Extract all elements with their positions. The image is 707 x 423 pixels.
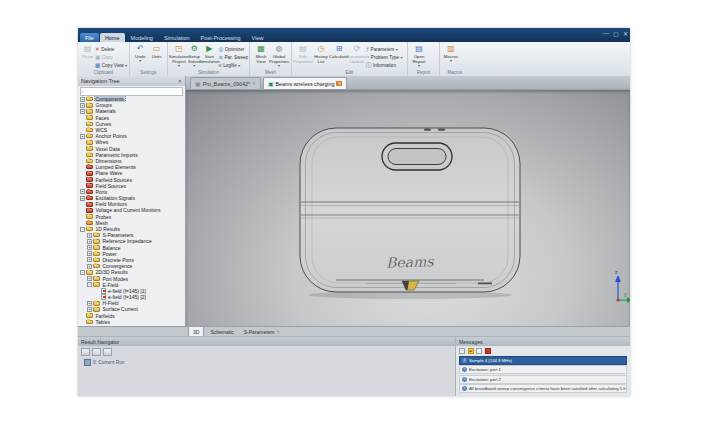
message-row[interactable]: i All broadband sweep convergence criter… bbox=[459, 384, 627, 393]
folder-icon bbox=[86, 103, 93, 108]
tree-expander-icon[interactable]: + bbox=[80, 134, 85, 139]
tab-schematic[interactable]: Schematic bbox=[206, 327, 237, 336]
info-filter-icon[interactable]: ○ bbox=[459, 348, 465, 354]
message-row[interactable]: i Excitation: port 1 bbox=[459, 365, 627, 374]
tree-expander-icon[interactable]: + bbox=[80, 196, 85, 201]
tree-expander-icon[interactable] bbox=[94, 295, 99, 300]
tree-expander-icon[interactable]: − bbox=[80, 227, 85, 232]
ribbon-tab-label: Home bbox=[105, 35, 120, 41]
parameters-button[interactable]: ƒ Parameters ▾ bbox=[366, 45, 403, 53]
global-properties-button[interactable]: ◍ Global Properties ▾ bbox=[270, 44, 288, 69]
tree-item-label: Anchor Points bbox=[95, 133, 128, 139]
history-list-button[interactable]: ◷ History List bbox=[312, 44, 330, 64]
tree-expander-icon[interactable]: + bbox=[87, 245, 92, 250]
message-filter-icon[interactable] bbox=[476, 348, 482, 354]
tab-3d[interactable]: 3D bbox=[188, 326, 204, 336]
minimize-icon[interactable]: — bbox=[603, 30, 609, 37]
tree-expander-icon[interactable] bbox=[94, 288, 99, 293]
tree-expander-icon[interactable]: + bbox=[87, 307, 92, 312]
tree-expander-icon[interactable]: − bbox=[80, 270, 85, 275]
ribbon-tab[interactable]: Home bbox=[100, 33, 125, 42]
maximize-icon[interactable]: ▢ bbox=[613, 30, 619, 37]
close-icon[interactable]: ✕ bbox=[252, 81, 256, 86]
mesh-view-button[interactable]: ▦ Mesh View bbox=[252, 44, 270, 64]
result-navigator-run-row[interactable]: 0: Current Run bbox=[78, 358, 455, 366]
tree-expander-icon[interactable] bbox=[80, 313, 85, 318]
tree-expander-icon[interactable] bbox=[80, 171, 85, 176]
folder-icon bbox=[86, 159, 93, 164]
tree-expander-icon[interactable]: + bbox=[80, 103, 85, 108]
tree-expander-icon[interactable] bbox=[80, 177, 85, 182]
tree-expander-icon[interactable]: + bbox=[87, 257, 92, 262]
tree-expander-icon[interactable]: + bbox=[87, 276, 92, 281]
tree-expander-icon[interactable] bbox=[80, 115, 85, 120]
filter-icon[interactable] bbox=[81, 348, 90, 356]
tree-expander-icon[interactable] bbox=[80, 152, 85, 157]
ribbon-tab[interactable]: File bbox=[80, 33, 99, 42]
paste-button[interactable]: ▤ Paste bbox=[80, 44, 95, 59]
document-tab-beams[interactable]: ▣ Beams wireless charging ✕ bbox=[263, 77, 347, 89]
simulation-project-button[interactable]: ◳ Simulation Project ▾ bbox=[170, 44, 188, 69]
close-icon[interactable]: ✕ bbox=[336, 81, 342, 86]
close-icon[interactable]: ✕ bbox=[277, 329, 280, 334]
tree-expander-icon[interactable] bbox=[80, 319, 85, 324]
tree-search-input[interactable] bbox=[84, 89, 179, 95]
ribbon-tab[interactable]: Post-Processing bbox=[196, 33, 246, 42]
tree-expander-icon[interactable] bbox=[80, 121, 85, 126]
start-simulation-button[interactable]: ▶ Start Simulation bbox=[200, 44, 218, 64]
message-row[interactable]: i Sample 4 (144.9 MHz) bbox=[459, 356, 627, 365]
tree-expander-icon[interactable] bbox=[80, 128, 85, 133]
information-button[interactable]: ⓘ Information bbox=[366, 61, 403, 69]
document-tab-project[interactable]: ▣ Pro_Beams_09042* ✕ bbox=[190, 77, 261, 89]
tree-expander-icon[interactable] bbox=[80, 183, 85, 188]
copy-view-button[interactable]: ▦ Copy View ▾ bbox=[95, 61, 127, 69]
tree-expander-icon[interactable]: + bbox=[87, 301, 92, 306]
ribbon-tab[interactable]: View bbox=[247, 33, 269, 42]
tree-item[interactable]: Tables bbox=[78, 319, 185, 325]
error-filter-icon[interactable] bbox=[485, 348, 491, 354]
refresh-icon[interactable] bbox=[103, 348, 112, 356]
parametric-update-button[interactable]: ⟳ Parametric Update bbox=[348, 44, 366, 64]
units-button[interactable]: ▭ Units bbox=[149, 44, 166, 59]
tree-expander-icon[interactable] bbox=[80, 158, 85, 163]
edit-properties-button[interactable]: ▤ Edit Properties bbox=[294, 44, 312, 64]
document-tab-label: Pro_Beams_09042* bbox=[203, 81, 250, 87]
viewport-3d[interactable]: Beams z y bbox=[186, 90, 630, 326]
tree-expander-icon[interactable] bbox=[80, 220, 85, 225]
tree-expander-icon[interactable] bbox=[80, 140, 85, 145]
delete-button[interactable]: ✕ Delete bbox=[95, 45, 127, 53]
tree-expander-icon[interactable]: + bbox=[80, 189, 85, 194]
macros-button[interactable]: ▥ Macros ▾ bbox=[442, 44, 460, 64]
ribbon-group-mesh: ▦ Mesh View ◍ Global Properties ▾ Mesh bbox=[250, 42, 292, 76]
calculator-button[interactable]: ⊞ Calculator bbox=[330, 44, 348, 59]
handle-slot-inner bbox=[388, 149, 446, 165]
message-row[interactable]: i Excitation: port 2 bbox=[459, 375, 627, 384]
optimizer-button[interactable]: ◎ Optimizer bbox=[218, 45, 248, 53]
copy-button[interactable]: ▣ Copy bbox=[95, 53, 127, 61]
tree-expander-icon[interactable] bbox=[80, 214, 85, 219]
close-icon[interactable]: ✕ bbox=[623, 30, 628, 37]
tree-expander-icon[interactable] bbox=[80, 165, 85, 170]
close-icon[interactable]: ✕ bbox=[178, 78, 182, 84]
tree-expander-icon[interactable] bbox=[80, 202, 85, 207]
problem-type-button[interactable]: ◔ Problem Type ▾ bbox=[366, 53, 403, 61]
tab-s-parameters[interactable]: S-Parameters ✕ bbox=[240, 327, 284, 336]
tree-expander-icon[interactable]: + bbox=[80, 109, 85, 114]
par-sweep-button[interactable]: ≋ Par. Sweep bbox=[218, 53, 248, 61]
tree-expander-icon[interactable]: + bbox=[87, 251, 92, 256]
open-report-button[interactable]: ▤ Open Report ▾ bbox=[410, 44, 428, 69]
tree-item-label: Farfields bbox=[95, 313, 116, 319]
warning-filter-icon[interactable]: ▲ bbox=[468, 348, 474, 354]
ribbon-tab[interactable]: Simulation bbox=[159, 33, 195, 42]
tree-expander-icon[interactable]: + bbox=[87, 239, 92, 244]
logfile-button[interactable]: ≡ Logfile ▾ bbox=[218, 61, 248, 69]
ribbon-tab[interactable]: Modeling bbox=[126, 33, 158, 42]
tree-expander-icon[interactable]: + bbox=[87, 264, 92, 269]
tree-expander-icon[interactable]: + bbox=[80, 97, 85, 102]
tree-expander-icon[interactable]: + bbox=[87, 233, 92, 238]
layout-icon[interactable] bbox=[92, 348, 101, 356]
tree-expander-icon[interactable]: − bbox=[87, 282, 92, 287]
tree-expander-icon[interactable] bbox=[80, 208, 85, 213]
tree-expander-icon[interactable] bbox=[80, 146, 85, 151]
undo-button[interactable]: ↶ Undo ▾ bbox=[132, 44, 149, 64]
